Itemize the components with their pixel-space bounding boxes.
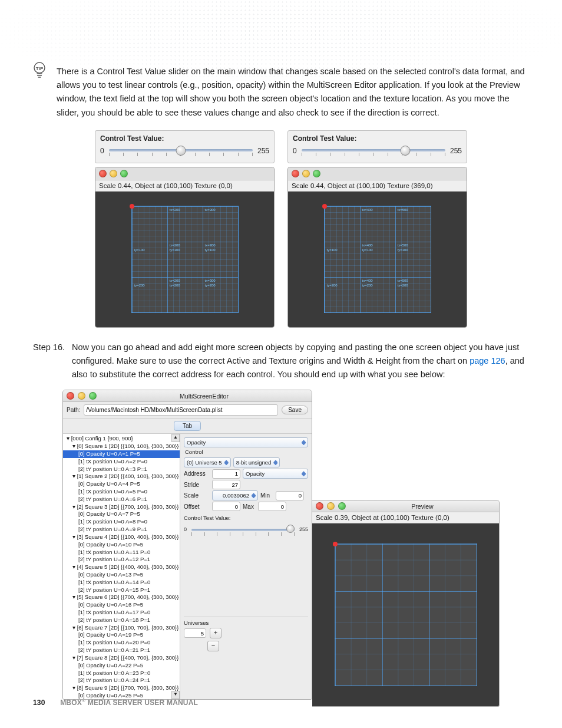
control-type-select[interactable]: Opacity [243, 469, 308, 479]
tree-row[interactable]: ▾ [3] Square 4 [2D] {{100, 400}, {300, 3… [63, 533, 180, 541]
grid-cell-label: ty=200 [362, 284, 373, 288]
grid-cell-label: ty=100 [362, 248, 373, 252]
tree-row[interactable]: [2] tY position U=0 A=9 P=1 [63, 526, 180, 533]
universes-input[interactable] [184, 628, 206, 638]
zoom-icon[interactable] [338, 502, 346, 510]
preview-grid [335, 543, 477, 686]
tree-row[interactable]: [2] tY position U=0 A=21 P=1 [63, 647, 180, 654]
tree-row[interactable]: [1] tX position U=0 A=5 P=0 [63, 488, 180, 496]
tree-row[interactable]: [0] Opacity U=0 A=1 P=5 [63, 450, 180, 458]
tree-row[interactable]: [2] tY position U=0 A=18 P=1 [63, 617, 180, 624]
tree-row[interactable]: [1] tX position U=0 A=14 P=0 [63, 579, 180, 587]
parameter-select[interactable]: Opacity [184, 437, 308, 447]
minimize-icon[interactable] [110, 170, 117, 177]
tree-row[interactable]: [0] Opacity U=0 A=22 P=5 [63, 662, 180, 670]
zoom-icon[interactable] [313, 170, 320, 177]
close-icon[interactable] [99, 170, 107, 177]
ctv-slider[interactable] [109, 145, 253, 157]
grid-cell-label: tx=200 [170, 208, 180, 212]
preview-grid: tx=400tx=500ty=100tx=400ty=100tx=500ty=1… [324, 206, 431, 313]
tree-row[interactable]: [1] tX position U=0 A=11 P=0 [63, 549, 180, 556]
minimize-icon[interactable] [327, 502, 335, 510]
tree-row[interactable]: [1] tX position U=0 A=20 P=0 [63, 639, 180, 647]
tree-pane[interactable]: ▲ ▼ ▾ [000] Config 1 {900, 900}▾ [0] Squ… [63, 434, 180, 699]
grid-cell-label: tx=400 [362, 279, 373, 283]
tree-row[interactable]: [2] tY position U=0 A=6 P=1 [63, 496, 180, 503]
page-link[interactable]: page 126 [470, 356, 505, 365]
tree-row[interactable]: ▾ [2] Square 3 [2D] {{700, 100}, {300, 3… [63, 503, 180, 511]
close-icon[interactable] [316, 502, 323, 510]
tip-icon: TIP [33, 61, 46, 81]
format-select[interactable]: 8-bit unsigned [233, 457, 280, 467]
tree-row[interactable]: [2] tY position U=0 A=3 P=1 [63, 466, 180, 473]
ctv-label: Control Test Value: [293, 134, 462, 143]
path-input[interactable] [84, 404, 278, 416]
tab-button[interactable]: Tab [174, 421, 201, 431]
grid-cell-label: tx=200 [170, 279, 180, 283]
tree-row[interactable]: ▾ [5] Square 6 [2D] {{700, 400}, {300, 3… [63, 594, 180, 601]
add-universe-button[interactable]: + [210, 628, 222, 638]
tree-row[interactable]: ▾ [6] Square 7 [2D] {{100, 700}, {300, 3… [63, 624, 180, 632]
ctv-slider[interactable] [191, 525, 295, 534]
tree-row[interactable]: ▾ [000] Config 1 {900, 900} [63, 435, 180, 443]
tree-row[interactable]: ▾ [1] Square 2 [2D] {{400, 100}, {300, 3… [63, 473, 180, 480]
tree-row[interactable]: [1] tX position U=0 A=17 P=0 [63, 609, 180, 617]
properties-pane: Opacity Control (0) Universe 5 8-bit uns… [180, 434, 312, 699]
tree-row[interactable]: [1] tX position U=0 A=2 P=0 [63, 458, 180, 466]
preview-status: Scale 0.44, Object at (100,100) Texture … [95, 180, 274, 192]
tree-row[interactable]: ▾ [0] Square 1 [2D] {{100, 100}, {300, 3… [63, 443, 180, 450]
slider-min: 0 [293, 147, 297, 155]
tree-row[interactable]: ▾ [8] Square 9 [2D] {{700, 700}, {300, 3… [63, 684, 180, 692]
tree-row[interactable]: [2] tY position U=0 A=24 P=1 [63, 677, 180, 684]
tree-row[interactable]: [1] tX position U=0 A=23 P=0 [63, 670, 180, 677]
grid-cell-label: tx=200 [170, 243, 180, 248]
save-button[interactable]: Save [282, 406, 308, 414]
ctv-slider[interactable] [302, 145, 445, 157]
offset-input[interactable] [212, 502, 240, 511]
scroll-up-icon[interactable]: ▲ [171, 434, 180, 442]
tree-row[interactable]: [0] Opacity U=0 A=16 P=5 [63, 601, 180, 609]
grid-cell-label: ty=100 [134, 248, 145, 252]
scroll-down-icon[interactable]: ▼ [171, 691, 180, 699]
grid-cell-label: ty=100 [398, 248, 408, 252]
origin-marker-icon [322, 204, 327, 209]
scale-label: Scale [184, 492, 210, 499]
address-input[interactable] [212, 469, 240, 479]
minimize-icon[interactable] [302, 170, 310, 177]
close-icon[interactable] [292, 170, 299, 177]
stride-label: Stride [184, 482, 210, 488]
close-icon[interactable] [67, 392, 74, 400]
max-input[interactable] [258, 502, 286, 511]
minimize-icon[interactable] [78, 392, 85, 400]
scale-stepper[interactable]: 0.0039062 [212, 490, 258, 500]
slider-min: 0 [100, 147, 104, 155]
tree-row[interactable]: [1] tX position U=0 A=8 P=0 [63, 518, 180, 526]
grid-cell-label: tx=400 [362, 243, 373, 248]
tree-row[interactable]: [0] Opacity U=0 A=4 P=5 [63, 480, 180, 488]
tree-row[interactable]: [0] Opacity U=0 A=25 P=5 [63, 692, 180, 699]
preview-grid: tx=200tx=300ty=100tx=200ty=100tx=300ty=1… [131, 206, 239, 313]
zoom-icon[interactable] [120, 170, 128, 177]
grid-cell-label: ty=100 [205, 248, 216, 252]
zoom-icon[interactable] [89, 392, 97, 400]
stride-input[interactable] [212, 480, 240, 489]
tree-row[interactable]: [2] tY position U=0 A=12 P=1 [63, 556, 180, 564]
tree-row[interactable]: [0] Opacity U=0 A=19 P=5 [63, 631, 180, 639]
path-label: Path: [67, 407, 80, 413]
grid-cell-label: tx=300 [205, 208, 216, 212]
remove-universe-button[interactable]: − [207, 641, 219, 651]
preview-status: Scale 0.44, Object at (100,100) Texture … [288, 180, 467, 192]
grid-cell-label: ty=200 [170, 284, 180, 288]
tree-row[interactable]: [2] tY position U=0 A=15 P=1 [63, 587, 180, 594]
preview-window: Scale 0.44, Object at (100,100) Texture … [287, 167, 467, 328]
tree-row[interactable]: [0] Opacity U=0 A=10 P=5 [63, 541, 180, 549]
offset-label: Offset [184, 503, 210, 510]
preview-window: Scale 0.44, Object at (100,100) Texture … [95, 167, 275, 328]
universe-select[interactable]: (0) Universe 5 [184, 457, 231, 467]
tree-row[interactable]: [0] Opacity U=0 A=13 P=5 [63, 571, 180, 579]
tree-row[interactable]: [0] Opacity U=0 A=7 P=5 [63, 510, 180, 518]
tree-row[interactable]: ▾ [4] Square 5 [2D] {{400, 400}, {300, 3… [63, 564, 180, 571]
slider-min: 0 [184, 526, 187, 532]
tree-row[interactable]: ▾ [7] Square 8 [2D] {{400, 700}, {300, 3… [63, 654, 180, 662]
min-input[interactable] [276, 491, 304, 500]
